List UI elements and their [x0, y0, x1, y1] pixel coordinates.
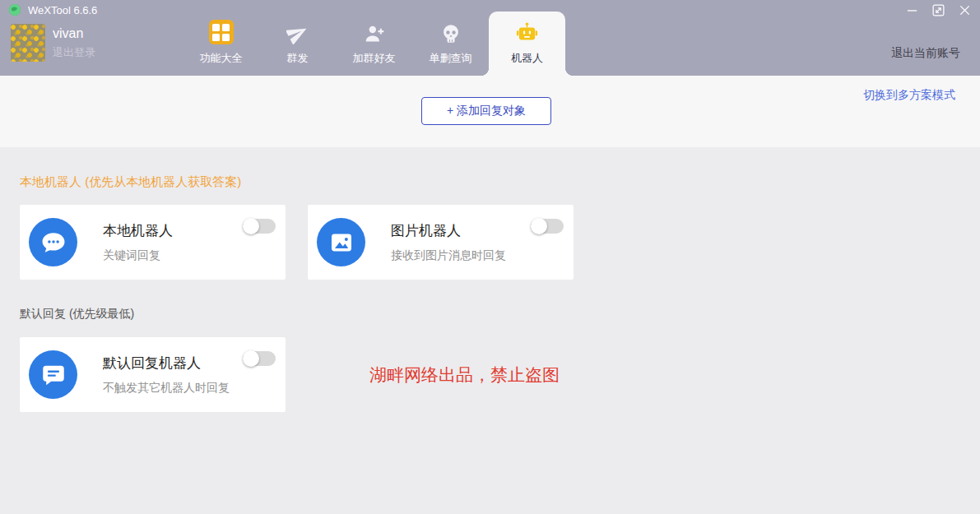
send-icon [286, 20, 309, 44]
section-heading-local-robot: 本地机器人 (优先从本地机器人获取答案) [20, 174, 980, 190]
user-avatar[interactable] [11, 24, 45, 62]
tab-add-group-friends[interactable]: 加群好友 [336, 20, 412, 76]
chat-lines-icon [29, 350, 77, 399]
app-header: vivan 退出登录 功能大全 群发 [0, 20, 980, 76]
robot-icon [515, 20, 539, 44]
card-subtitle: 接收到图片消息时回复 [391, 248, 506, 263]
card-title: 图片机器人 [391, 221, 506, 240]
add-reply-target-button[interactable]: + 添加回复对象 [421, 97, 551, 125]
logout-link[interactable]: 退出登录 [53, 45, 95, 60]
card-title: 默认回复机器人 [103, 354, 230, 373]
maximize-button[interactable] [931, 2, 945, 17]
card-default-reply-robot: 默认回复机器人 不触发其它机器人时回复 [20, 337, 286, 412]
switch-multi-plan-link[interactable]: 切换到多方案模式 [863, 88, 955, 103]
user-block: vivan 退出登录 [11, 24, 95, 62]
minimize-button[interactable] [904, 2, 919, 17]
tab-robot[interactable]: 机器人 [489, 12, 565, 76]
tab-deleted-query[interactable]: 单删查询 [412, 20, 489, 76]
toolbar-band: + 添加回复对象 切换到多方案模式 [0, 76, 980, 147]
window-title: WeXTool 6.6.6 [28, 4, 97, 16]
image-robot-toggle[interactable] [531, 219, 564, 234]
card-row: 本地机器人 关键词回复 图片机器人 接收到图片消息时回复 [20, 205, 980, 280]
main-content: 本地机器人 (优先从本地机器人获取答案) 本地机器人 关键词回复 [0, 147, 980, 412]
window-controls [904, 2, 972, 17]
tab-label: 群发 [287, 51, 309, 66]
section-heading-default-reply: 默认回复 (优先级最低) [20, 307, 980, 322]
tab-mass-send[interactable]: 群发 [259, 20, 336, 76]
user-name: vivan [53, 25, 95, 42]
grid-icon [209, 20, 234, 44]
close-button[interactable] [957, 2, 972, 17]
card-image-robot: 图片机器人 接收到图片消息时回复 [308, 205, 574, 280]
card-subtitle: 关键词回复 [103, 248, 173, 263]
card-row: 默认回复机器人 不触发其它机器人时回复 湖畔网络出品，禁止盗图 [20, 337, 980, 412]
watermark-text: 湖畔网络出品，禁止盗图 [369, 364, 560, 387]
chat-dots-icon [29, 218, 77, 266]
skull-icon [440, 20, 462, 44]
card-title: 本地机器人 [103, 221, 173, 240]
logout-account-link[interactable]: 退出当前账号 [891, 46, 960, 61]
tab-label: 单删查询 [430, 51, 472, 66]
card-local-robot: 本地机器人 关键词回复 [20, 205, 286, 280]
add-friend-icon [364, 20, 385, 44]
card-subtitle: 不触发其它机器人时回复 [103, 381, 230, 396]
tab-features[interactable]: 功能大全 [183, 20, 259, 76]
tab-label: 机器人 [511, 51, 543, 66]
app-logo-icon [8, 3, 21, 16]
default-reply-robot-toggle[interactable] [243, 351, 276, 366]
local-robot-toggle[interactable] [243, 219, 276, 234]
main-nav: 功能大全 群发 加群好友 [183, 20, 565, 76]
image-icon [317, 218, 365, 266]
tab-label: 功能大全 [200, 51, 243, 66]
tab-label: 加群好友 [353, 51, 396, 66]
